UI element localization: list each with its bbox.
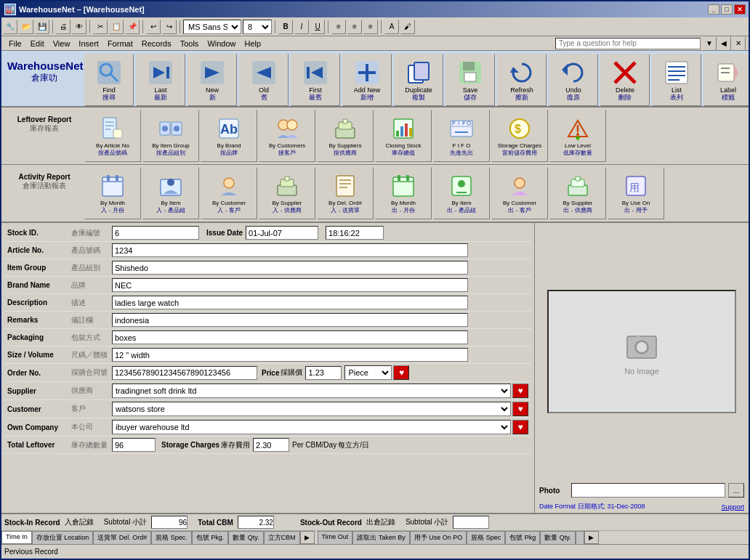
highlight-btn[interactable]: 🖌	[400, 20, 415, 34]
save-button[interactable]: Save 儲存	[445, 54, 495, 106]
menu-item-format[interactable]: Format	[103, 38, 137, 49]
tabs-out-arrow[interactable]: ▶	[584, 531, 599, 544]
new-button[interactable]: New 新	[188, 54, 237, 106]
brand-name-input[interactable]	[112, 278, 468, 292]
tab-location[interactable]: 存放位置 Location	[32, 531, 94, 544]
tab-qty-out[interactable]: 數量 Qty.	[540, 531, 575, 544]
first-button[interactable]: First 最舊	[291, 54, 340, 106]
toolbar-print-btn[interactable]: 🖨	[56, 20, 70, 34]
tab-pkg-out[interactable]: 包號 Pkg	[505, 531, 540, 544]
by-suppliers-button[interactable]: By Suppliers 按供應商	[317, 110, 374, 162]
remarks-input[interactable]	[112, 313, 468, 327]
tab-taken-by[interactable]: 誰取出 Taken By	[352, 531, 410, 544]
stock-id-input[interactable]	[112, 226, 199, 240]
stock-in-subtotal-input[interactable]	[151, 516, 188, 529]
tab-time-out[interactable]: Time Out	[318, 531, 353, 544]
tab-qty-in[interactable]: 數量 Qty.	[228, 531, 263, 544]
issue-date-input[interactable]	[246, 226, 318, 240]
help-search-btn[interactable]: ▼	[702, 36, 717, 51]
supplier-favorite-button[interactable]: ♥	[512, 384, 528, 398]
font-color-btn[interactable]: A	[384, 20, 399, 34]
own-company-favorite-button[interactable]: ♥	[512, 420, 528, 434]
toolbar-paste-btn[interactable]: 📌	[125, 20, 140, 34]
toolbar-copy-btn[interactable]: 📋	[109, 20, 124, 34]
font-name-select[interactable]: MS Sans Serif	[183, 20, 241, 34]
order-no-input[interactable]	[112, 366, 257, 380]
article-no-input[interactable]	[112, 243, 468, 257]
price-unit-select[interactable]: PieceBoxPalletKg	[344, 365, 392, 380]
total-cbm-input[interactable]	[238, 516, 274, 529]
item-group-input[interactable]	[112, 261, 468, 275]
toolbar-cut-btn[interactable]: ✂	[93, 20, 108, 34]
tab-extra[interactable]	[576, 531, 584, 544]
price-input[interactable]	[305, 366, 342, 380]
photo-path-input[interactable]	[571, 483, 725, 498]
closing-stock-button[interactable]: Closing Stock 庫存總值	[375, 110, 432, 162]
by-del-ord-button[interactable]: By Del. Ord# 入 - 送貨單	[317, 167, 374, 219]
menu-item-view[interactable]: View	[49, 38, 75, 49]
packaging-input[interactable]	[112, 330, 468, 344]
time-input[interactable]	[326, 226, 384, 240]
by-article-no-button[interactable]: By Article No 按產品號碼	[84, 110, 141, 162]
tab-spec-in[interactable]: 規格 Spec.	[151, 531, 192, 544]
delete-button[interactable]: Delete 刪除	[600, 54, 650, 106]
by-customer-in-button[interactable]: By Customer 入 - 客戶	[201, 167, 257, 219]
italic-btn[interactable]: I	[294, 20, 309, 34]
by-use-on-button[interactable]: 用 By Use On 出 - 用予	[608, 167, 664, 219]
toolbar-undo-btn[interactable]: ↩	[146, 20, 161, 34]
menu-item-insert[interactable]: Insert	[74, 38, 103, 49]
menu-item-edit[interactable]: Edit	[26, 38, 49, 49]
toolbar-new-btn[interactable]: 🔧	[3, 20, 17, 34]
duplicate-button[interactable]: Duplicate 複製	[394, 54, 443, 106]
storage-charges-button[interactable]: $ Storage Charges 當前儲存費用	[491, 110, 548, 162]
list-button[interactable]: List 表列	[652, 54, 701, 106]
supplier-select[interactable]: tradingnet soft drink ltd	[112, 384, 511, 398]
by-supplier-in-button[interactable]: By Supplier 入 - 供應商	[259, 167, 315, 219]
tab-del-ord[interactable]: 送貨單 Del. Ord#	[93, 531, 151, 544]
close-button[interactable]: ✕	[734, 4, 746, 15]
menu-item-tools[interactable]: Tools	[176, 38, 203, 49]
tabs-in-arrow[interactable]: ▶	[300, 531, 315, 544]
tab-spec-out[interactable]: 規格 Spec	[467, 531, 505, 544]
align-right-btn[interactable]: ≡	[363, 20, 378, 34]
maximize-button[interactable]: □	[721, 4, 733, 15]
minimize-button[interactable]: _	[708, 4, 719, 15]
stock-out-subtotal-input[interactable]	[453, 516, 489, 529]
customer-select[interactable]: watsons store	[112, 402, 511, 416]
support-link[interactable]: Support	[721, 503, 744, 511]
align-center-btn[interactable]: ≡	[347, 20, 362, 34]
bold-btn[interactable]: B	[278, 20, 293, 34]
storage-charges-input[interactable]	[253, 438, 289, 452]
help-search-input[interactable]	[555, 38, 701, 49]
tab-time-in[interactable]: Time In	[1, 531, 32, 544]
toolbar-preview-btn[interactable]: 👁	[72, 20, 86, 34]
toolbar-redo-btn[interactable]: ↪	[162, 20, 177, 34]
by-customers-button[interactable]: By Customers 接客戶	[259, 110, 315, 162]
find-button[interactable]: Find 搜尋	[84, 54, 134, 106]
by-item-out-button[interactable]: By Item 出 - 產品組	[433, 167, 490, 219]
old-button[interactable]: Old 舊	[239, 54, 289, 106]
description-input[interactable]	[112, 296, 468, 309]
tab-use-on-po[interactable]: 用予 Use On PO	[410, 531, 467, 544]
own-company-select[interactable]: ibuyer warehouse ltd	[112, 420, 511, 434]
add-new-button[interactable]: Add New 新增	[342, 54, 392, 106]
underline-btn[interactable]: U	[310, 20, 325, 34]
tab-pkg-in[interactable]: 包號 Pkg.	[192, 531, 229, 544]
by-brand-button[interactable]: Ab By Brand 按品牌	[201, 110, 257, 162]
undo-button[interactable]: Undo 復原	[549, 54, 598, 106]
price-favorite-button[interactable]: ♥	[393, 365, 409, 380]
tab-cbm[interactable]: 立方CBM	[264, 531, 300, 544]
last-button[interactable]: Last 最新	[136, 54, 185, 106]
by-month-out-button[interactable]: By Month 出 - 月份	[375, 167, 432, 219]
low-level-button[interactable]: Low Level 低庫存數量	[549, 110, 606, 162]
help-nav-back[interactable]: ◀	[717, 36, 731, 51]
toolbar-open-btn[interactable]: 📂	[19, 20, 33, 34]
customer-favorite-button[interactable]: ♥	[512, 402, 528, 416]
label-button[interactable]: Label 標籤	[703, 54, 750, 106]
refresh-button[interactable]: Refresh 擦新	[497, 54, 547, 106]
align-left-btn[interactable]: ≡	[331, 20, 346, 34]
by-item-in-button[interactable]: By Item 入 - 產品組	[142, 167, 199, 219]
menu-item-help[interactable]: Help	[241, 38, 266, 49]
menu-item-file[interactable]: File	[4, 38, 26, 49]
by-supplier-out-button[interactable]: By Supplier 出 - 供應商	[549, 167, 606, 219]
